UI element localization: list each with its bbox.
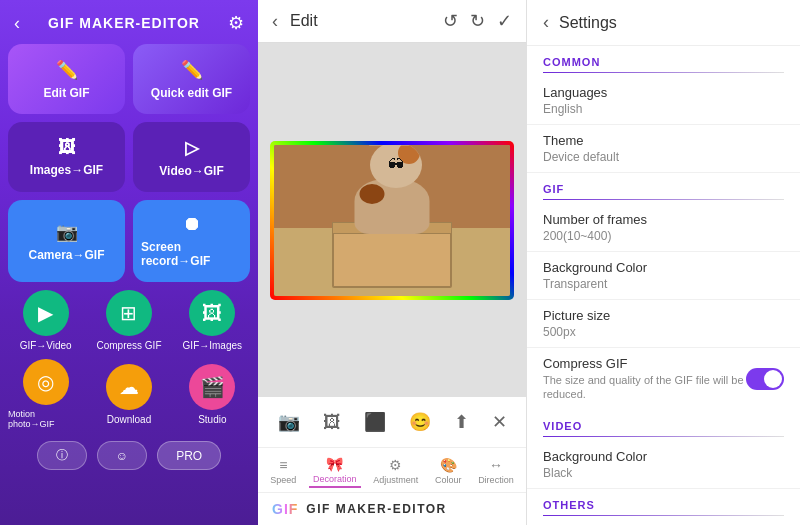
- compress-gif-toggle[interactable]: [746, 368, 784, 390]
- emoji-tool-icon[interactable]: 😊: [405, 407, 435, 437]
- pro-label: PRO: [176, 449, 202, 463]
- setting-video-bg-value: Black: [543, 466, 784, 480]
- screen-gif-icon: ⏺: [183, 214, 201, 235]
- right-panel: ‹ Settings COMMON Languages English Them…: [526, 0, 800, 525]
- camera-gif-icon: 📷: [56, 221, 78, 243]
- pro-button[interactable]: PRO: [157, 441, 221, 470]
- adjustment-tab-label: Adjustment: [373, 475, 418, 485]
- camera-gif-button[interactable]: 📷 Camera→GIF: [8, 200, 125, 282]
- gif-video-button[interactable]: ▶ GIF→Video: [8, 290, 83, 351]
- settings-content: COMMON Languages English Theme Device de…: [527, 46, 800, 525]
- tab-adjustment[interactable]: ⚙ Adjustment: [369, 455, 422, 487]
- quick-edit-label: Quick edit GIF: [151, 86, 232, 100]
- video-gif-button[interactable]: ▷ Video→GIF: [133, 122, 250, 192]
- direction-tab-icon: ↔: [489, 457, 503, 473]
- edit-gif-button[interactable]: ✏️ Edit GIF: [8, 44, 125, 114]
- setting-picture-size-value: 500px: [543, 325, 784, 339]
- camera-tool-icon[interactable]: 📷: [274, 407, 304, 437]
- undo-icon[interactable]: ↺: [443, 10, 458, 32]
- setting-theme[interactable]: Theme Device default: [527, 125, 800, 173]
- setting-picture-size-name: Picture size: [543, 308, 784, 323]
- middle-back-icon[interactable]: ‹: [272, 11, 278, 32]
- app-title: GIF MAKER-EDITOR: [48, 15, 200, 31]
- settings-title: Settings: [559, 14, 617, 32]
- studio-button[interactable]: 🎬 Studio: [175, 359, 250, 429]
- close-tool-icon[interactable]: ✕: [488, 407, 511, 437]
- setting-bg-color-value: Transparent: [543, 277, 784, 291]
- crop-tool-icon[interactable]: ⬛: [360, 407, 390, 437]
- toolbar-icons-row: 📷 🖼 ⬛ 😊 ⬆ ✕: [258, 397, 526, 448]
- main-buttons-grid: ✏️ Edit GIF ✏️ Quick edit GIF 🖼 Images→G…: [8, 44, 250, 282]
- edit-tabs: ≡ Speed 🎀 Decoration ⚙ Adjustment 🎨 Colo…: [258, 448, 526, 493]
- middle-title: Edit: [290, 12, 431, 30]
- settings-back-icon[interactable]: ‹: [543, 12, 549, 33]
- speed-tab-icon: ≡: [279, 457, 287, 473]
- motion-photo-button[interactable]: ◎ Motion photo→GIF: [8, 359, 83, 429]
- gif-images-button[interactable]: 🖼 GIF→Images: [175, 290, 250, 351]
- section-divider-gif: [543, 199, 784, 200]
- edit-gif-icon: ✏️: [56, 59, 78, 81]
- setting-bg-color[interactable]: Background Color Transparent: [527, 252, 800, 300]
- setting-compress-gif: Compress GIF The size and quality of the…: [527, 348, 800, 410]
- redo-icon[interactable]: ↻: [470, 10, 485, 32]
- setting-frames-value: 200(10~400): [543, 229, 784, 243]
- image-tool-icon[interactable]: 🖼: [319, 408, 345, 437]
- info-button[interactable]: ⓘ: [37, 441, 87, 470]
- setting-frames[interactable]: Number of frames 200(10~400): [527, 204, 800, 252]
- tab-decoration[interactable]: 🎀 Decoration: [309, 454, 361, 488]
- download-label: Download: [107, 414, 151, 425]
- gif-inner: 🕶: [274, 145, 510, 296]
- screen-gif-button[interactable]: ⏺ Screen record→GIF: [133, 200, 250, 282]
- gif-images-icon: 🖼: [189, 290, 235, 336]
- bottom-buttons: ⓘ ☺ PRO: [37, 441, 221, 470]
- decoration-tab-icon: 🎀: [326, 456, 343, 472]
- speed-tab-label: Speed: [270, 475, 296, 485]
- setting-video-bg[interactable]: Background Color Black: [527, 441, 800, 489]
- export-tool-icon[interactable]: ⬆: [450, 407, 473, 437]
- compress-gif-desc: The size and quality of the GIF file wil…: [543, 373, 746, 402]
- left-header: ‹ GIF MAKER-EDITOR ⚙: [8, 8, 250, 44]
- motion-photo-icon: ◎: [23, 359, 69, 405]
- edit-gif-label: Edit GIF: [44, 86, 90, 100]
- quick-edit-button[interactable]: ✏️ Quick edit GIF: [133, 44, 250, 114]
- setting-picture-size[interactable]: Picture size 500px: [527, 300, 800, 348]
- studio-icon: 🎬: [189, 364, 235, 410]
- share-link[interactable]: Share: [527, 520, 800, 525]
- studio-label: Studio: [198, 414, 226, 425]
- tab-direction[interactable]: ↔ Direction: [474, 455, 518, 487]
- section-label-video: VIDEO: [527, 410, 800, 436]
- gif-logo: GIF: [272, 501, 298, 517]
- section-divider-common: [543, 72, 784, 73]
- tab-colour[interactable]: 🎨 Colour: [431, 455, 466, 487]
- emoji-button[interactable]: ☺: [97, 441, 147, 470]
- bottom-toolbar: 📷 🖼 ⬛ 😊 ⬆ ✕ ≡ Speed 🎀 Decoration ⚙ Adjus…: [258, 397, 526, 525]
- colour-tab-label: Colour: [435, 475, 462, 485]
- setting-languages[interactable]: Languages English: [527, 77, 800, 125]
- download-icon: ☁: [106, 364, 152, 410]
- bottom-bar-title: GIF MAKER-EDITOR: [306, 502, 446, 516]
- section-divider-video: [543, 436, 784, 437]
- setting-theme-name: Theme: [543, 133, 784, 148]
- compress-gif-button[interactable]: ⊞ Compress GIF: [91, 290, 166, 351]
- gif-video-icon: ▶: [23, 290, 69, 336]
- small-buttons-grid: ▶ GIF→Video ⊞ Compress GIF 🖼 GIF→Images …: [8, 290, 250, 429]
- screen-gif-label: Screen record→GIF: [141, 240, 242, 268]
- images-gif-button[interactable]: 🖼 Images→GIF: [8, 122, 125, 192]
- camera-gif-label: Camera→GIF: [28, 248, 104, 262]
- images-gif-icon: 🖼: [58, 137, 76, 158]
- download-button[interactable]: ☁ Download: [91, 359, 166, 429]
- setting-bg-color-name: Background Color: [543, 260, 784, 275]
- setting-theme-value: Device default: [543, 150, 784, 164]
- confirm-icon[interactable]: ✓: [497, 10, 512, 32]
- settings-icon[interactable]: ⚙: [228, 12, 244, 34]
- gif-video-label: GIF→Video: [20, 340, 72, 351]
- motion-photo-label: Motion photo→GIF: [8, 409, 83, 429]
- setting-frames-name: Number of frames: [543, 212, 784, 227]
- tab-speed[interactable]: ≡ Speed: [266, 455, 300, 487]
- direction-tab-label: Direction: [478, 475, 514, 485]
- gif-frame: 🕶: [270, 141, 514, 300]
- middle-panel: ‹ Edit ↺ ↻ ✓: [258, 0, 526, 525]
- back-icon[interactable]: ‹: [14, 13, 20, 34]
- compress-gif-icon: ⊞: [106, 290, 152, 336]
- section-label-common: COMMON: [527, 46, 800, 72]
